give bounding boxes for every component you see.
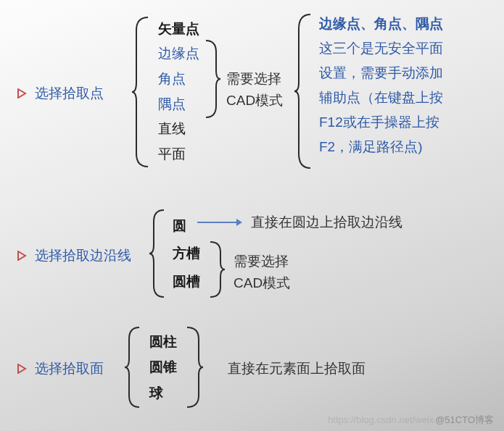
top-note-2: 直接在圆边上拾取边沿线 xyxy=(251,212,402,233)
brace-right-3 xyxy=(186,326,203,409)
note-3: 直接在元素面上拾取面 xyxy=(228,358,365,380)
watermark-label: @51CTO博客 xyxy=(435,414,494,425)
items-col-2: 圆 方槽 圆槽 xyxy=(173,212,200,296)
item-sphere: 球 xyxy=(149,386,177,400)
right-note-1-line2: 这三个是无安全平面 xyxy=(319,36,443,61)
brace-mid-2 xyxy=(209,240,225,298)
item-edge-point: 边缘点 xyxy=(158,46,199,60)
section-title-3: 选择拾取面 xyxy=(17,359,104,378)
item-rslot: 圆槽 xyxy=(173,275,200,288)
section-pick-point: 选择拾取点 矢量点 边缘点 角点 隅点 直线 平面 需要选择 CAD模式 边缘点… xyxy=(17,13,497,169)
right-note-1: 边缘点、角点、隅点 这三个是无安全平面 设置，需要手动添加 辅助点（在键盘上按 … xyxy=(319,12,443,159)
item-cone: 圆锥 xyxy=(149,360,177,374)
item-plane: 平面 xyxy=(158,147,199,161)
item-vector-point: 矢量点 xyxy=(158,22,199,35)
mid-note-1-line2: CAD模式 xyxy=(226,90,283,112)
section-pick-edge: 选择拾取边沿线 圆 方槽 圆槽 直接在圆边上拾取边沿线 需要选择 CAD模式 xyxy=(17,209,497,303)
mid-note-1-line1: 需要选择 xyxy=(226,68,283,90)
brace-left-2 xyxy=(149,209,167,298)
right-note-1-line6: F2，满足路径点) xyxy=(319,135,443,159)
right-note-1-line4: 辅助点（在键盘上按 xyxy=(319,85,443,110)
brace-left-1 xyxy=(132,16,151,168)
section-title-2-text: 选择拾取边沿线 xyxy=(35,246,131,265)
mid-note-2-line2: CAD模式 xyxy=(234,272,290,294)
brace-right-1 xyxy=(294,13,313,170)
item-line: 直线 xyxy=(158,122,199,135)
section-title-1-text: 选择拾取点 xyxy=(35,84,104,103)
brace-left-3 xyxy=(125,326,142,409)
items-col-3: 圆柱 圆锥 球 xyxy=(149,329,177,406)
mid-note-2-line1: 需要选择 xyxy=(234,251,290,272)
right-note-1-line1: 边缘点、角点、隅点 xyxy=(319,12,443,36)
bullet-arrow-icon xyxy=(17,251,28,261)
watermark: https://blog.csdn.net/weix@51CTO博客 xyxy=(328,414,494,427)
right-note-1-line3: 设置，需要手动添加 xyxy=(319,61,443,85)
section-pick-face: 选择拾取面 圆柱 圆锥 球 直接在元素面上拾取面 xyxy=(17,326,497,413)
section-title-3-text: 选择拾取面 xyxy=(35,359,104,378)
item-cylinder: 圆柱 xyxy=(149,335,177,348)
mid-note-2: 需要选择 CAD模式 xyxy=(234,251,290,294)
items-col-1: 矢量点 边缘点 角点 隅点 直线 平面 xyxy=(158,16,199,167)
mid-note-1: 需要选择 CAD模式 xyxy=(226,68,283,112)
brace-mid-1 xyxy=(205,39,220,119)
item-slot: 方槽 xyxy=(173,246,200,260)
bullet-arrow-icon xyxy=(17,364,28,374)
bullet-arrow-icon xyxy=(17,88,28,99)
item-circle: 圆 xyxy=(173,219,200,233)
right-note-1-line5: F12或在手操器上按 xyxy=(319,110,443,135)
arrow-right-icon xyxy=(197,217,244,230)
watermark-faint: https://blog.csdn.net/weix xyxy=(328,414,434,425)
item-corner-point: 角点 xyxy=(158,72,199,85)
item-hidden-point: 隅点 xyxy=(158,97,199,111)
section-title-1: 选择拾取点 xyxy=(17,84,104,103)
section-title-2: 选择拾取边沿线 xyxy=(17,246,131,265)
